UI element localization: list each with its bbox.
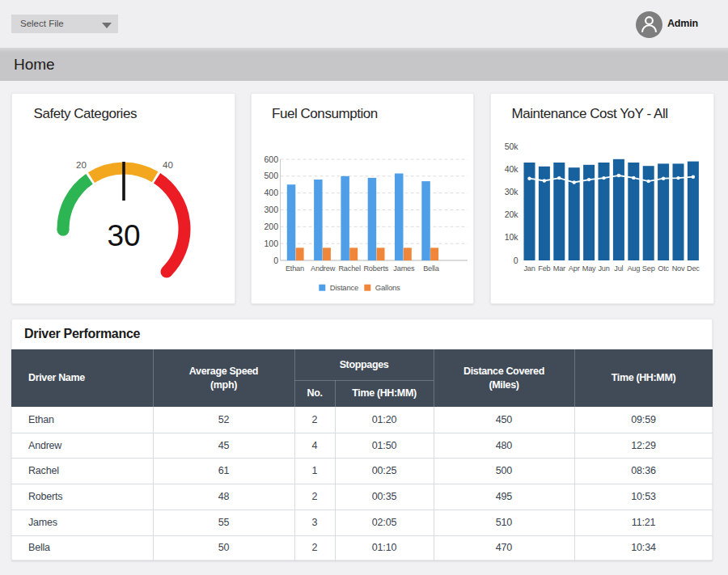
svg-text:Andrew: Andrew [311,264,336,273]
svg-text:40k: 40k [505,164,519,174]
svg-text:Otc: Otc [658,264,669,273]
svg-text:200: 200 [264,222,278,231]
svg-text:Bella: Bella [423,264,440,273]
svg-text:0: 0 [273,256,278,265]
svg-text:300: 300 [264,205,278,214]
svg-text:500: 500 [264,171,278,180]
svg-text:Jan: Jan [523,264,535,273]
svg-text:100: 100 [264,239,278,248]
svg-text:Ethan: Ethan [286,264,304,273]
svg-text:May: May [582,264,596,273]
svg-text:Sep: Sep [642,264,655,273]
svg-text:Feb: Feb [538,264,550,273]
svg-text:James: James [393,264,415,273]
svg-text:0: 0 [514,256,518,265]
svg-text:Apr: Apr [569,264,580,273]
svg-text:40: 40 [163,160,173,170]
svg-text:30: 30 [107,219,140,252]
svg-text:Distance: Distance [330,283,358,292]
svg-text:30k: 30k [505,187,519,197]
svg-text:Jul: Jul [614,264,623,273]
svg-text:Jun: Jun [598,264,609,273]
svg-text:20: 20 [76,160,87,170]
svg-text:10k: 10k [505,232,519,242]
svg-text:600: 600 [264,154,278,164]
svg-text:Mar: Mar [553,264,565,273]
svg-text:20k: 20k [505,209,519,219]
svg-text:50k: 50k [505,142,519,151]
svg-text:Aug: Aug [627,264,640,273]
svg-text:400: 400 [264,188,278,197]
svg-text:Rachel: Rachel [338,264,361,273]
svg-text:Gallons: Gallons [375,283,400,292]
svg-text:Dec: Dec [687,264,700,273]
svg-text:Roberts: Roberts [363,264,388,273]
svg-text:Nov: Nov [672,264,685,273]
